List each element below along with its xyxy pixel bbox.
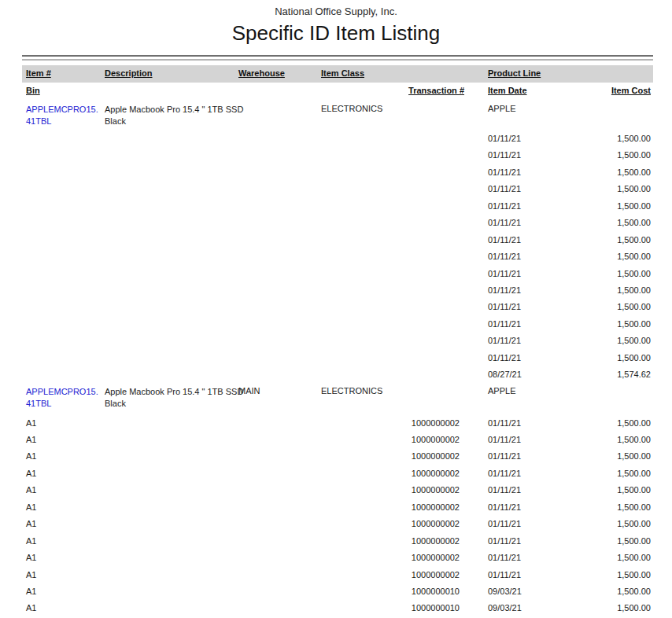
detail-row: A1 1000000002 01/11/21 1,500.00	[22, 550, 653, 566]
report-table: Item # Description Warehouse Item Class …	[22, 65, 653, 617]
item-class-cell: ELECTRONICS	[321, 386, 382, 395]
divider-line-dark	[22, 55, 653, 57]
item-description-line1: Apple Macbook Pro 15.4 "	[105, 387, 205, 396]
item-date-cell: 01/11/21	[488, 319, 521, 329]
item-date-cell: 01/11/21	[488, 150, 521, 160]
item-description-cell: Apple Macbook Pro 15.4 " 1TB SSD Black	[105, 386, 246, 410]
item-cost-cell: 1,500.00	[541, 502, 651, 512]
column-header-item-no: Item #	[26, 68, 102, 78]
transaction-cell: 1000000002	[353, 570, 460, 579]
item-cost-cell: 1,500.00	[541, 201, 651, 211]
item-date-cell: 01/11/21	[488, 485, 521, 495]
detail-row: 01/11/21 1,500.00	[22, 248, 653, 265]
transaction-cell: 1000000002	[353, 451, 460, 461]
item-date-cell: 01/11/21	[488, 570, 521, 579]
transaction-cell: 1000000002	[353, 435, 460, 444]
transaction-cell: 1000000010	[353, 587, 460, 596]
item-number-line2: 41TBL	[26, 398, 102, 410]
item-date-cell: 01/11/21	[488, 269, 521, 278]
transaction-cell: 1000000002	[353, 519, 460, 528]
item-cost-cell: 1,500.00	[541, 570, 651, 579]
item-cost-cell: 1,500.00	[541, 418, 651, 428]
item-cost-cell: 1,500.00	[541, 269, 651, 278]
item-group-header: APPLEMCPRO15. 41TBL Apple Macbook Pro 15…	[22, 103, 653, 131]
column-header-item-class: Item Class	[321, 68, 364, 78]
item-date-cell: 01/11/21	[488, 184, 521, 193]
item-cost-cell: 1,500.00	[541, 285, 651, 295]
transaction-cell: 1000000002	[353, 485, 460, 495]
product-line-cell: APPLE	[488, 386, 515, 395]
item-date-cell: 01/11/21	[488, 353, 521, 362]
detail-row: 01/11/21 1,500.00	[22, 147, 653, 164]
item-number-link[interactable]: APPLEMCPRO15. 41TBL	[26, 104, 102, 127]
detail-row: 01/11/21 1,500.00	[22, 232, 653, 248]
item-cost-cell: 1,500.00	[541, 319, 651, 329]
item-cost-cell: 1,500.00	[541, 587, 651, 596]
item-cost-cell: 1,500.00	[541, 435, 651, 444]
item-date-cell: 09/03/21	[488, 603, 522, 612]
transaction-cell: 1000000002	[353, 469, 460, 478]
bin-cell: A1	[26, 570, 102, 579]
item-date-cell: 01/11/21	[488, 302, 521, 311]
bin-cell: A1	[26, 435, 102, 444]
detail-rows-group-2: A1 1000000002 01/11/21 1,500.00 A1 10000…	[22, 415, 653, 617]
transaction-cell: 1000000002	[353, 553, 460, 562]
item-cost-cell: 1,500.00	[541, 451, 651, 461]
detail-row: A1 1000000002 01/11/21 1,500.00	[22, 499, 653, 516]
item-description-cell: Apple Macbook Pro 15.4 " 1TB SSD Black	[105, 104, 246, 127]
warehouse-cell: MAIN	[238, 386, 260, 395]
detail-row: 01/11/21 1,500.00	[22, 282, 653, 299]
item-date-cell: 01/11/21	[488, 435, 521, 444]
bin-cell: A1	[26, 553, 102, 562]
detail-row: A1 1000000002 01/11/21 1,500.00	[22, 516, 653, 532]
column-header-row-2: Bin Transaction # Item Date Item Cost	[22, 83, 653, 100]
item-date-cell: 01/11/21	[488, 418, 521, 428]
detail-row: A1 1000000010 09/03/21 1,500.00	[22, 600, 653, 616]
detail-row: A1 1000000002 01/11/21 1,500.00	[22, 432, 653, 448]
item-date-cell: 01/11/21	[488, 502, 521, 512]
header-divider	[22, 55, 653, 61]
item-number-link[interactable]: APPLEMCPRO15. 41TBL	[26, 386, 102, 410]
item-date-cell: 01/11/21	[488, 285, 521, 295]
item-cost-cell: 1,500.00	[541, 536, 651, 546]
bin-cell: A1	[26, 519, 102, 528]
detail-row: 01/11/21 1,500.00	[22, 131, 653, 147]
item-cost-cell: 1,500.00	[541, 235, 651, 245]
column-header-bin: Bin	[26, 86, 102, 95]
item-number-line2: 41TBL	[26, 116, 102, 127]
item-date-cell: 01/11/21	[488, 519, 521, 528]
item-date-cell: 01/11/21	[488, 201, 521, 211]
item-cost-cell: 1,500.00	[541, 553, 651, 562]
detail-row: A1 1000000002 01/11/21 1,500.00	[22, 415, 653, 432]
detail-row: A1 1000000002 01/11/21 1,500.00	[22, 465, 653, 482]
item-date-cell: 01/11/21	[488, 167, 521, 177]
detail-row: 01/11/21 1,500.00	[22, 299, 653, 315]
item-cost-cell: 1,500.00	[541, 302, 651, 311]
bin-cell: A1	[26, 603, 102, 612]
detail-row: A1 1000000010 09/03/21 1,500.00	[22, 583, 653, 600]
detail-row: A1 1000000002 01/11/21 1,500.00	[22, 567, 653, 583]
item-cost-cell: 1,500.00	[541, 150, 651, 160]
detail-row: A1 1000000002 01/11/21 1,500.00	[22, 533, 653, 550]
divider-line-light	[22, 59, 653, 61]
bin-cell: A1	[26, 469, 102, 478]
item-date-cell: 01/11/21	[488, 134, 521, 143]
page-title: Specific ID Item Listing	[0, 21, 672, 45]
item-date-cell: 01/11/21	[488, 252, 521, 261]
item-cost-cell: 1,500.00	[541, 184, 651, 193]
column-header-warehouse: Warehouse	[238, 68, 285, 78]
transaction-cell: 1000000010	[353, 603, 460, 612]
column-header-item-cost: Item Cost	[541, 86, 651, 95]
item-cost-cell: 1,500.00	[541, 353, 651, 362]
detail-row: 01/11/21 1,500.00	[22, 316, 653, 333]
item-class-cell: ELECTRONICS	[321, 104, 382, 113]
detail-row: 01/11/21 1,500.00	[22, 181, 653, 197]
detail-row: 01/11/21 1,500.00	[22, 164, 653, 181]
item-date-cell: 01/11/21	[488, 553, 521, 562]
item-cost-cell: 1,500.00	[541, 336, 651, 345]
bin-cell: A1	[26, 502, 102, 512]
item-description-line1: Apple Macbook Pro 15.4 "	[105, 105, 205, 114]
column-header-description: Description	[105, 68, 246, 78]
item-cost-cell: 1,500.00	[541, 519, 651, 528]
company-name: National Office Supply, Inc.	[0, 0, 672, 17]
